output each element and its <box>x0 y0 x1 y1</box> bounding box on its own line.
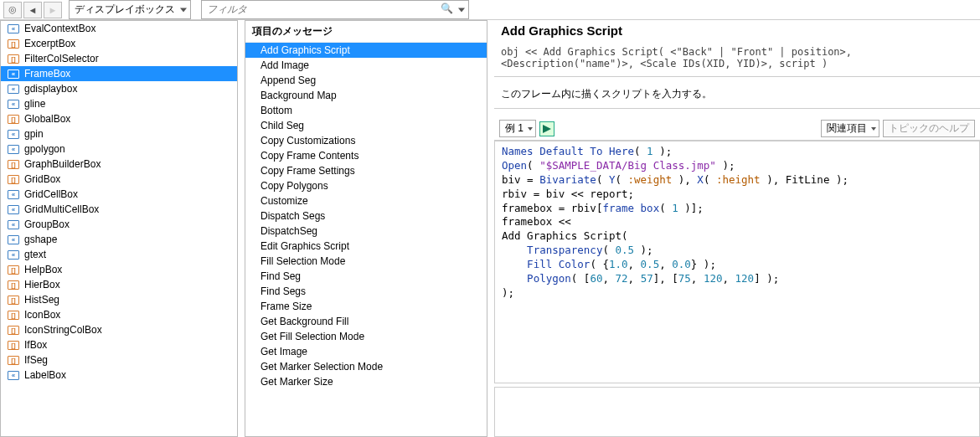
category-dropdown[interactable]: ディスプレイボックス <box>69 0 191 19</box>
list-item-label: gtext <box>24 249 46 260</box>
message-list-item[interactable]: Add Graphics Script <box>245 43 487 58</box>
class-list-item[interactable]: «gshape <box>1 232 237 247</box>
list-item-label: FrameBox <box>24 68 70 80</box>
description-text: このフレーム内に描くスクリプトを入力する。 <box>494 80 980 109</box>
double-chevron-icon: « <box>8 235 19 244</box>
filter-input[interactable]: フィルタ 🔍 <box>201 0 469 19</box>
message-list-item[interactable]: Append Seg <box>245 73 487 88</box>
message-list-item[interactable]: Get Marker Size <box>245 374 487 389</box>
list-item-label: Get Fill Selection Mode <box>260 331 364 342</box>
topic-title: Add Graphics Script <box>501 23 973 38</box>
class-list-item[interactable]: []GraphBuilderBox <box>1 157 237 172</box>
double-chevron-icon: « <box>8 130 19 139</box>
topic-help-button[interactable]: トピックのヘルプ <box>883 120 975 137</box>
class-list-item[interactable]: «GridCellBox <box>1 187 237 202</box>
double-chevron-icon: « <box>8 220 19 229</box>
list-item-label: Customize <box>260 195 308 207</box>
class-list-item[interactable]: []IconStringColBox <box>1 322 237 337</box>
message-list-item[interactable]: Copy Frame Settings <box>245 163 487 178</box>
class-list-item[interactable]: []GridBox <box>1 172 237 187</box>
double-chevron-icon: « <box>8 250 19 260</box>
brackets-icon: [] <box>8 175 19 184</box>
list-item-label: GridBox <box>24 173 60 185</box>
class-list-item[interactable]: []HistSeg <box>1 292 237 307</box>
list-item-label: gline <box>24 98 45 110</box>
message-list-item[interactable]: Child Seg <box>245 118 487 133</box>
double-chevron-icon: « <box>8 190 19 199</box>
class-list-item[interactable]: []IfBox <box>1 337 237 352</box>
list-item-label: IconBox <box>24 309 60 321</box>
class-list-item[interactable]: []IconBox <box>1 307 237 322</box>
class-list-item[interactable]: «gpolygon <box>1 141 237 157</box>
list-item-label: Find Segs <box>260 285 306 297</box>
class-list-item[interactable]: []FilterColSelector <box>1 51 237 66</box>
list-item-label: IconStringColBox <box>24 324 102 336</box>
filter-placeholder: フィルタ <box>207 3 247 15</box>
class-list-item[interactable]: «GridMultiCellBox <box>1 202 237 217</box>
message-list-item[interactable]: Copy Frame Contents <box>245 148 487 163</box>
class-list-item[interactable]: «gtext <box>1 247 237 262</box>
message-list-item[interactable]: Add Image <box>245 58 487 73</box>
list-item-label: gshape <box>24 234 57 245</box>
brackets-icon: [] <box>8 265 19 275</box>
class-list-item[interactable]: «EvalContextBox <box>1 21 237 36</box>
class-list-item[interactable]: «gpin <box>1 126 237 141</box>
message-list-item[interactable]: Get Image <box>245 344 487 359</box>
list-item-label: GridCellBox <box>24 188 78 200</box>
class-list[interactable]: «EvalContextBox[]ExcerptBox[]FilterColSe… <box>1 21 237 436</box>
filter-dropdown-icon[interactable] <box>458 8 465 12</box>
code-editor[interactable]: Names Default To Here( 1 ); Open( "$SAMP… <box>494 141 980 383</box>
home-button[interactable]: ◎ <box>3 2 22 18</box>
brackets-icon: [] <box>8 160 19 169</box>
class-list-item[interactable]: []IfSeg <box>1 352 237 368</box>
run-button[interactable] <box>539 121 554 136</box>
list-item-label: LabelBox <box>24 369 66 381</box>
main-area: «EvalContextBox[]ExcerptBox[]FilterColSe… <box>0 20 980 437</box>
brackets-icon: [] <box>8 39 19 49</box>
list-item-label: DispatchSeg <box>260 225 317 237</box>
message-list-item[interactable]: Find Segs <box>245 284 487 299</box>
message-list-item[interactable]: Find Seg <box>245 269 487 284</box>
list-item-label: Bottom <box>260 105 292 116</box>
class-list-item[interactable]: «GroupBox <box>1 217 237 232</box>
message-list-item[interactable]: Frame Size <box>245 299 487 314</box>
message-list-item[interactable]: Bottom <box>245 103 487 118</box>
list-item-label: HistSeg <box>24 294 59 306</box>
double-chevron-icon: « <box>8 85 19 94</box>
class-list-item[interactable]: []GlobalBox <box>1 111 237 126</box>
list-item-label: HelpBox <box>24 264 62 275</box>
message-list-item[interactable]: Get Fill Selection Mode <box>245 329 487 344</box>
message-list-item[interactable]: Edit Graphics Script <box>245 239 487 254</box>
message-list-item[interactable]: Fill Selection Mode <box>245 254 487 269</box>
list-item-label: Copy Frame Settings <box>260 165 355 177</box>
play-icon <box>543 125 551 133</box>
class-list-item[interactable]: []HelpBox <box>1 262 237 277</box>
class-list-item[interactable]: []ExcerptBox <box>1 36 237 51</box>
class-list-item[interactable]: «gdisplaybox <box>1 81 237 96</box>
message-list-item[interactable]: Background Map <box>245 88 487 103</box>
message-list-item[interactable]: Copy Polygons <box>245 178 487 193</box>
message-list[interactable]: 項目のメッセージAdd Graphics ScriptAdd ImageAppe… <box>245 21 487 436</box>
class-list-item[interactable]: «FrameBox <box>1 66 237 81</box>
message-list-item[interactable]: Get Background Fill <box>245 314 487 329</box>
class-list-item[interactable]: «LabelBox <box>1 368 237 383</box>
double-chevron-icon: « <box>8 145 19 154</box>
list-item-label: gpin <box>24 128 44 140</box>
back-button[interactable]: ◄ <box>23 2 42 18</box>
message-list-item[interactable]: Get Marker Selection Mode <box>245 359 487 374</box>
message-list-item[interactable]: Dispatch Segs <box>245 208 487 224</box>
output-pane[interactable] <box>494 387 980 437</box>
brackets-icon: [] <box>8 311 19 320</box>
class-list-item[interactable]: []HierBox <box>1 277 237 292</box>
related-dropdown[interactable]: 関連項目 <box>821 120 879 137</box>
message-list-item[interactable]: Copy Customizations <box>245 133 487 148</box>
list-item-label: GroupBox <box>24 218 70 230</box>
class-list-item[interactable]: «gline <box>1 96 237 111</box>
search-icon[interactable]: 🔍 <box>441 3 453 14</box>
example-dropdown[interactable]: 例 1 <box>499 120 536 137</box>
message-list-item[interactable]: DispatchSeg <box>245 224 487 239</box>
forward-button[interactable]: ► <box>44 2 62 18</box>
list-item-label: Copy Customizations <box>260 135 355 147</box>
message-list-item[interactable]: Customize <box>245 193 487 208</box>
list-item-label: GraphBuilderBox <box>24 158 101 170</box>
